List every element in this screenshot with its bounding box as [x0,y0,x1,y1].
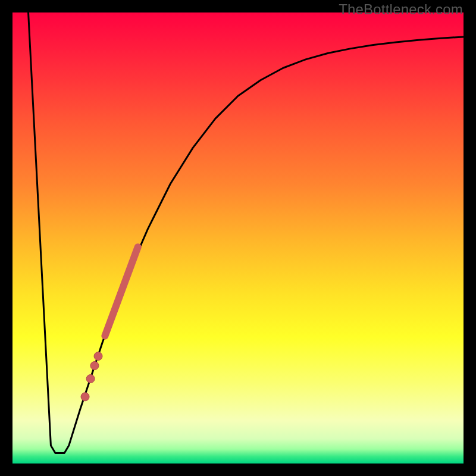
data-dot [81,393,89,401]
data-dot [86,374,95,383]
data-dot [90,362,99,370]
watermark-text: TheBottleneck.com [339,1,463,18]
plot-area [12,12,464,464]
chart-frame: TheBottleneck.com [0,0,476,476]
gradient-background [12,12,464,464]
plot-svg [12,12,464,464]
data-dot [94,352,102,361]
